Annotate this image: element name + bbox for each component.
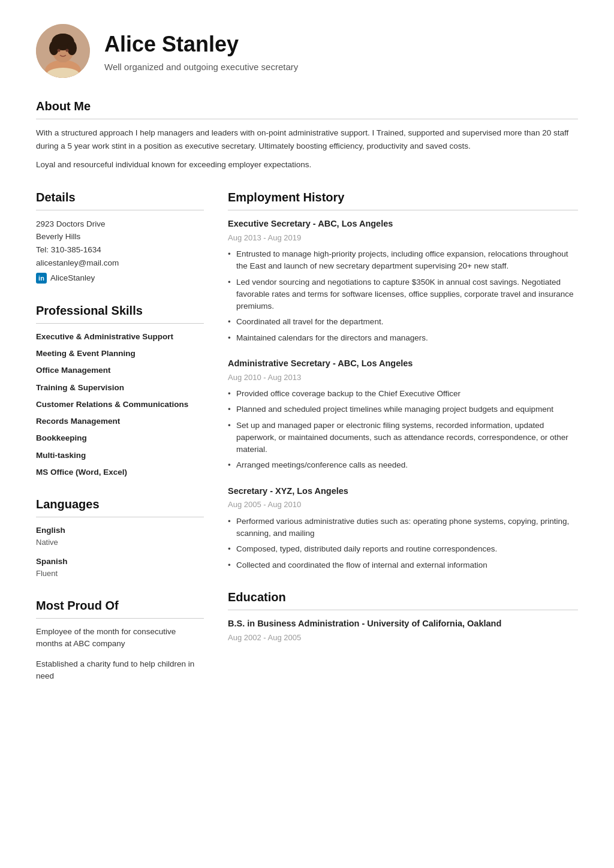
right-column: Employment History Executive Secretary -… (228, 188, 578, 700)
job-block-0: Executive Secretary - ABC, Los Angeles A… (228, 218, 578, 344)
job-1-bullet-2: Set up and managed paper or electronic f… (228, 420, 578, 456)
linkedin-handle: AliceStanley (50, 272, 95, 285)
education-title: Education (228, 588, 578, 610)
employment-section: Employment History Executive Secretary -… (228, 188, 578, 571)
job-0-bullet-1: Led vendor sourcing and negotiations to … (228, 276, 578, 313)
skill-item-0: Executive & Administrative Support (36, 331, 204, 343)
skill-item-4: Customer Relations & Communications (36, 399, 204, 411)
job-0-bullet-3: Maintained calendars for the directors a… (228, 332, 578, 344)
edu-dates-0: Aug 2002 - Aug 2005 (228, 632, 578, 644)
education-section: Education B.S. in Business Administratio… (228, 588, 578, 643)
skills-section: Professional Skills Executive & Administ… (36, 302, 204, 478)
skill-item-7: Multi-tasking (36, 450, 204, 462)
language-item-1: Spanish Fluent (36, 556, 204, 580)
proud-item-0: Employee of the month for consecutive mo… (36, 626, 204, 650)
job-block-2: Secretary - XYZ, Los Angeles Aug 2005 - … (228, 485, 578, 571)
proud-title: Most Proud Of (36, 596, 204, 619)
svg-point-9 (66, 49, 69, 52)
job-title-2: Secretary - XYZ, Los Angeles (228, 485, 578, 498)
skill-item-1: Meeting & Event Planning (36, 348, 204, 360)
job-1-bullet-0: Provided office coverage backup to the C… (228, 388, 578, 400)
job-2-bullet-0: Performed various administrative duties … (228, 516, 578, 540)
avatar (36, 24, 90, 78)
edu-block-0: B.S. in Business Administration - Univer… (228, 617, 578, 643)
language-item-0: English Native (36, 525, 204, 548)
job-1-bullet-3: Arranged meetings/conference calls as ne… (228, 459, 578, 471)
address-line1: 2923 Doctors Drive (36, 218, 204, 231)
header-section: Alice Stanley Well organized and outgoin… (36, 24, 578, 78)
employment-title: Employment History (228, 188, 578, 210)
job-2-bullet-2: Collected and coordinated the flow of in… (228, 559, 578, 571)
skill-item-5: Records Management (36, 415, 204, 427)
job-1-bullet-1: Planned and scheduled project timelines … (228, 403, 578, 415)
proud-item-1: Established a charity fund to help child… (36, 658, 204, 683)
job-bullets-0: Entrusted to manage high-priority projec… (228, 248, 578, 344)
job-0-bullet-0: Entrusted to manage high-priority projec… (228, 248, 578, 273)
job-title-0: Executive Secretary - ABC, Los Angeles (228, 218, 578, 231)
candidate-subtitle: Well organized and outgoing executive se… (104, 61, 298, 74)
job-dates-0: Aug 2013 - Aug 2019 (228, 232, 578, 244)
language-name-0: English (36, 525, 204, 537)
job-bullets-1: Provided office coverage backup to the C… (228, 388, 578, 472)
skill-item-3: Training & Supervision (36, 382, 204, 394)
job-bullets-2: Performed various administrative duties … (228, 516, 578, 571)
email: alicestanley@mail.com (36, 257, 204, 270)
skill-item-6: Bookkeeping (36, 432, 204, 444)
svg-point-8 (58, 49, 61, 52)
linkedin-icon: in (36, 273, 47, 284)
skill-item-2: Office Management (36, 364, 204, 376)
job-block-1: Administrative Secretary - ABC, Los Ange… (228, 357, 578, 472)
address-line2: Beverly Hills (36, 230, 204, 243)
details-section: Details 2923 Doctors Drive Beverly Hills… (36, 188, 204, 285)
languages-section: Languages English Native Spanish Fluent (36, 495, 204, 580)
skills-title: Professional Skills (36, 302, 204, 324)
edu-title-0: B.S. in Business Administration - Univer… (228, 617, 578, 631)
job-dates-1: Aug 2010 - Aug 2013 (228, 372, 578, 384)
svg-point-7 (55, 34, 71, 46)
candidate-name: Alice Stanley (104, 28, 298, 61)
about-paragraph-2: Loyal and resourceful individual known f… (36, 158, 578, 171)
left-column: Details 2923 Doctors Drive Beverly Hills… (36, 188, 204, 700)
job-0-bullet-2: Coordinated all travel for the departmen… (228, 316, 578, 328)
job-title-1: Administrative Secretary - ABC, Los Ange… (228, 357, 578, 370)
linkedin-row: in AliceStanley (36, 272, 204, 285)
proud-section: Most Proud Of Employee of the month for … (36, 596, 204, 683)
about-title: About Me (36, 97, 578, 119)
two-column-layout: Details 2923 Doctors Drive Beverly Hills… (36, 188, 578, 700)
job-2-bullet-1: Composed, typed, distributed daily repor… (228, 543, 578, 555)
language-level-0: Native (36, 537, 204, 548)
phone: Tel: 310-385-1634 (36, 243, 204, 257)
skill-item-8: MS Office (Word, Excel) (36, 466, 204, 478)
details-title: Details (36, 188, 204, 210)
language-level-1: Fluent (36, 568, 204, 580)
languages-title: Languages (36, 495, 204, 517)
header-text: Alice Stanley Well organized and outgoin… (104, 28, 298, 74)
language-name-1: Spanish (36, 556, 204, 568)
about-paragraph-1: With a structured approach I help manage… (36, 126, 578, 152)
about-section: About Me With a structured approach I he… (36, 97, 578, 171)
job-dates-2: Aug 2005 - Aug 2010 (228, 499, 578, 511)
